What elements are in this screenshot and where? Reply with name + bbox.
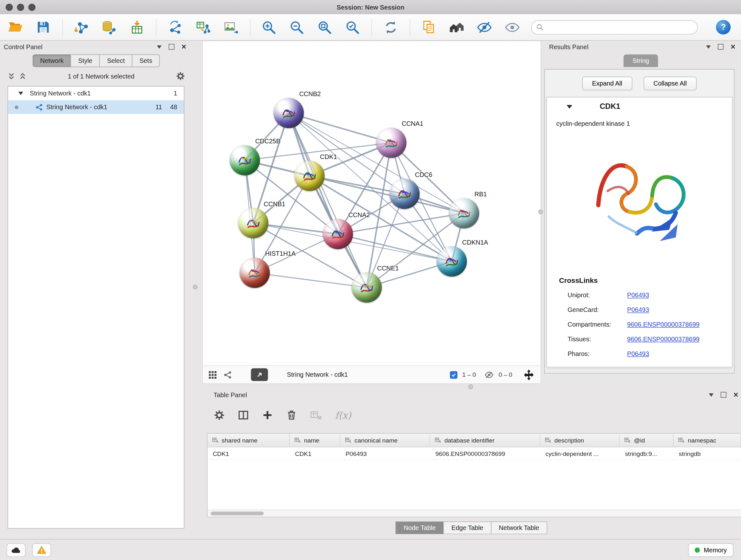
network-node-cdk1[interactable] <box>294 161 325 191</box>
panel-menu-icon[interactable] <box>157 45 162 48</box>
detach-view-button[interactable] <box>251 368 268 381</box>
warnings-button[interactable] <box>32 543 51 557</box>
column-sort-icon[interactable] <box>294 437 300 443</box>
crosslink-link[interactable]: 9606.ENSP00000378699 <box>627 321 699 328</box>
export-image-button[interactable] <box>222 18 240 37</box>
zoom-fit-button[interactable] <box>316 18 333 37</box>
table-row[interactable]: CDK1CDK1P064939606.ENSP00000378699cyclin… <box>207 447 741 460</box>
column-header-canonical-name[interactable]: canonical name <box>340 434 430 447</box>
window-zoom-button[interactable] <box>28 3 36 10</box>
column-sort-icon[interactable] <box>545 437 551 443</box>
move-network-icon[interactable] <box>523 368 535 381</box>
zoom-in-button[interactable] <box>260 18 278 37</box>
show-graphics-details-button[interactable] <box>503 18 521 37</box>
section-collapse-icon[interactable] <box>567 105 572 109</box>
expand-all-button[interactable]: Expand All <box>582 77 632 90</box>
column-sort-icon[interactable] <box>345 437 351 443</box>
column-sort-icon[interactable] <box>678 437 684 443</box>
results-scrollbar[interactable] <box>546 368 732 373</box>
column-sort-icon[interactable] <box>624 437 630 443</box>
crosslink-link[interactable]: P06493 <box>627 307 649 314</box>
panel-close-icon[interactable]: × <box>731 43 736 51</box>
panel-float-icon[interactable] <box>718 44 724 50</box>
column-sort-icon[interactable] <box>435 437 441 443</box>
panel-close-icon[interactable]: × <box>733 391 738 399</box>
tab-string[interactable]: String <box>623 54 658 67</box>
copy-document-button[interactable] <box>420 18 438 37</box>
column-sort-icon[interactable] <box>212 437 218 443</box>
panel-float-icon[interactable] <box>169 44 175 50</box>
network-node-ccne1[interactable] <box>352 272 382 303</box>
panel-close-icon[interactable]: × <box>182 43 186 51</box>
panel-menu-icon[interactable] <box>709 393 714 396</box>
grid-view-icon[interactable] <box>208 370 217 379</box>
table-settings-button[interactable] <box>213 409 225 421</box>
panel-menu-icon[interactable] <box>706 45 711 48</box>
selected-checkbox-icon[interactable] <box>450 371 458 379</box>
home-layout-button[interactable] <box>448 18 466 37</box>
import-network-file-button[interactable] <box>72 18 90 37</box>
network-collection-row[interactable]: String Network - cdk1 1 <box>8 86 184 100</box>
delete-column-button[interactable] <box>286 409 297 421</box>
function-builder-button-disabled[interactable]: f(x) <box>335 409 351 421</box>
collapse-all-button[interactable]: Collapse All <box>643 77 697 90</box>
column-header-name[interactable]: name <box>290 434 340 447</box>
network-node-cdkn1a[interactable] <box>436 246 467 277</box>
delete-table-button-disabled[interactable] <box>310 409 322 421</box>
column-header-shared-name[interactable]: shared name <box>207 434 290 447</box>
horizontal-splitter-handle[interactable] <box>468 384 473 389</box>
network-node-cdc6[interactable] <box>389 179 420 209</box>
window-close-button[interactable] <box>6 3 13 10</box>
column-header--id[interactable]: @id <box>620 434 674 447</box>
search-box[interactable] <box>531 20 697 34</box>
tree-expand-icon[interactable] <box>18 91 23 95</box>
left-splitter-handle[interactable] <box>193 285 198 289</box>
network-node-rb1[interactable] <box>449 198 479 228</box>
memory-button[interactable]: Memory <box>688 543 733 557</box>
column-header-description[interactable]: description <box>540 434 620 447</box>
network-node-ccna1[interactable] <box>376 128 407 158</box>
refresh-view-button[interactable] <box>382 18 400 37</box>
network-node-ccnb1[interactable] <box>238 208 268 239</box>
hide-graphics-details-button[interactable] <box>475 18 493 37</box>
save-session-button[interactable] <box>35 18 52 37</box>
crosslink-link[interactable]: P06493 <box>627 292 649 299</box>
network-node-cdc25b[interactable] <box>230 145 260 176</box>
table-horizontal-scrollbar[interactable] <box>207 509 741 516</box>
network-canvas[interactable]: CCNB2CCNA1CDC25BCDK1CDC6RB1CCNB1CCNA2CDK… <box>203 41 541 366</box>
network-row[interactable]: String Network - cdk1 11 48 <box>8 100 184 114</box>
network-node-ccnb2[interactable] <box>273 98 304 128</box>
column-header-database-identifier[interactable]: database identifier <box>430 434 540 447</box>
window-minimize-button[interactable] <box>17 3 24 10</box>
panel-float-icon[interactable] <box>721 392 726 398</box>
crosslink-link[interactable]: 9606.ENSP00000378699 <box>627 335 699 343</box>
network-tools-button[interactable] <box>166 18 184 37</box>
collapse-all-tree-icon[interactable] <box>8 72 15 80</box>
expand-all-tree-icon[interactable] <box>19 72 26 80</box>
cloud-status-button[interactable] <box>7 543 25 557</box>
tab-network[interactable]: Network <box>32 54 71 67</box>
tab-network-table[interactable]: Network Table <box>491 521 547 534</box>
help-button[interactable]: ? <box>716 20 731 35</box>
right-splitter-handle[interactable] <box>538 209 543 214</box>
zoom-out-button[interactable] <box>288 18 306 37</box>
zoom-selected-button[interactable] <box>344 18 361 37</box>
search-input[interactable] <box>547 23 692 31</box>
open-session-button[interactable] <box>7 18 24 37</box>
crosslink-link[interactable]: P06493 <box>627 350 649 357</box>
show-columns-button[interactable] <box>238 409 249 421</box>
import-network-database-button[interactable] <box>100 18 118 37</box>
column-header-namespac[interactable]: namespac <box>674 434 741 447</box>
tab-sets[interactable]: Sets <box>132 54 159 67</box>
tab-select[interactable]: Select <box>99 54 132 67</box>
create-column-button[interactable] <box>262 409 273 421</box>
tab-node-table[interactable]: Node Table <box>396 521 444 534</box>
network-overview-icon[interactable] <box>223 370 232 379</box>
network-node-hist1h1a[interactable] <box>240 258 270 288</box>
tab-edge-table[interactable]: Edge Table <box>443 521 491 534</box>
network-node-ccna2[interactable] <box>323 219 353 249</box>
gear-icon[interactable] <box>176 71 185 81</box>
scrollbar-thumb[interactable] <box>211 511 264 515</box>
tab-style[interactable]: Style <box>71 54 100 67</box>
new-network-from-table-button[interactable] <box>194 18 212 37</box>
